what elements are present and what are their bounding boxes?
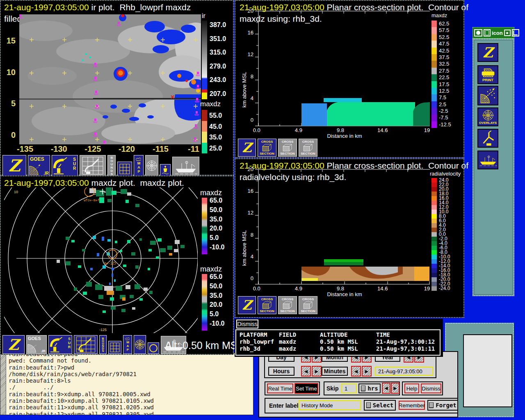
table-row[interactable]: rhb_lowprf maxdz 0.50 km MSL 21-Aug-97,3… xyxy=(236,338,440,345)
map-icon[interactable]: MAP xyxy=(123,335,132,354)
y-axis-labels: 201612840 xyxy=(247,8,253,123)
minutes-back-arrow[interactable]: ◀ xyxy=(351,366,361,377)
table-row[interactable]: rhb_3d maxdz 0.50 km MSL 21-Aug-97,3:01:… xyxy=(236,345,440,352)
ppi-colorbar-title-1: maxdz xyxy=(200,189,222,197)
y-axis-title: km above MSL xyxy=(241,42,247,107)
forget-button[interactable]: Forget xyxy=(427,400,458,411)
xsection-radialvelocity-window: 21-aug-1997,03:05:00 Planar cross-sectio… xyxy=(235,158,464,318)
cross-section-icon-active[interactable]: CROSS SECTION xyxy=(258,296,276,314)
terminal-window[interactable]: rain:beaufait:6>pwedpwed: Command not fo… xyxy=(0,353,253,415)
cross-section-icon[interactable]: CROSS SECTION xyxy=(278,296,297,314)
cross-section-icon-active[interactable]: CROSS SECTION xyxy=(258,139,276,157)
ppi-radar-plot[interactable]: wfo+-m+f b<-125 10 -125 xyxy=(4,187,198,333)
zebra-logo-icon[interactable]: Z xyxy=(238,296,256,314)
dismiss-button[interactable]: Dismiss xyxy=(421,383,441,393)
real-time-button[interactable]: Real Time xyxy=(267,383,293,393)
cross-section-icon[interactable]: CROSS SECTION xyxy=(299,139,317,157)
circle-icon[interactable] xyxy=(148,342,159,354)
terminal-scrollbar[interactable] xyxy=(0,353,6,415)
zebra-logo-icon[interactable]: Z xyxy=(238,139,256,157)
time-input-field[interactable]: 21-Aug-97,3:05:00 xyxy=(375,367,433,376)
grid-radar-glyph xyxy=(82,157,103,175)
buoy-icon[interactable] xyxy=(160,164,171,176)
map-squiggle-glyph xyxy=(124,336,131,340)
utility-window-canvas[interactable] xyxy=(463,334,512,407)
zebra-logo-icon[interactable]: Z xyxy=(2,335,25,354)
skip-input-field[interactable]: 1 xyxy=(341,383,357,393)
overlays-icon[interactable]: OVERLAYS xyxy=(477,107,498,126)
goes-ir-icon[interactable]: GOES .IR xyxy=(26,335,47,354)
map-icon[interactable]: MAP xyxy=(134,155,144,176)
help-button[interactable]: Help xyxy=(404,383,419,393)
skip-back-arrow[interactable]: ◀ xyxy=(382,383,390,394)
xsection-maxdz-plot[interactable] xyxy=(255,9,431,130)
polar-grid-icon[interactable] xyxy=(145,155,158,176)
select-button[interactable]: Select xyxy=(364,400,396,411)
window-doc-button[interactable] xyxy=(484,29,491,37)
ppi-colorbar-labels-2: 65.050.035.020.05.0-10.0 xyxy=(210,273,224,327)
zebra-logo-icon[interactable]: Z xyxy=(2,155,26,176)
x-axis-labels: 0.04.99.814.619 xyxy=(256,285,432,292)
bounds-icon[interactable]: BOUNDS xyxy=(107,155,116,176)
hours-back-arrow[interactable]: ◀ xyxy=(301,366,311,377)
label-input-field[interactable]: History Mode xyxy=(298,400,361,410)
grid-radar-icon[interactable] xyxy=(80,155,106,176)
window-iconify-button[interactable] xyxy=(504,30,511,36)
map-squiggle-glyph xyxy=(135,156,142,161)
ir-satellite-image[interactable] xyxy=(19,14,201,144)
colorbar-title: maxdz xyxy=(431,12,447,18)
terminal-line: rain:beaufait:8>ls xyxy=(9,377,154,384)
grid-icon[interactable] xyxy=(108,341,121,354)
dismiss-button[interactable]: Dismiss xyxy=(236,320,258,329)
ship-icon[interactable] xyxy=(477,151,498,169)
hours-button[interactable]: Hours xyxy=(268,367,294,376)
cross-section-icon[interactable]: CROSS SECTION xyxy=(278,139,297,157)
cube-glyph xyxy=(302,144,314,152)
menu-icon xyxy=(429,402,434,408)
ir-colorbar xyxy=(202,21,207,99)
goes-ir-icon[interactable]: GOES .IR xyxy=(28,155,50,176)
grid-radar-icon[interactable] xyxy=(74,335,98,354)
window-menu-button[interactable] xyxy=(474,29,482,37)
radialvelocity-contours xyxy=(301,259,429,281)
antenna-glyph xyxy=(481,130,495,146)
satellite-icon[interactable] xyxy=(477,86,498,105)
skip-units-button[interactable]: hrs xyxy=(358,383,381,393)
satellite-glyph xyxy=(480,87,496,104)
polar-grid-icon[interactable] xyxy=(134,335,146,354)
antenna-icon[interactable] xyxy=(477,129,498,148)
time-control-panel: Day ◀ ▶ Month ◀ ▶ Year ◀ ▶ Hours ◀ ▶ Min… xyxy=(258,351,458,418)
xsection-radialvelocity-plot[interactable] xyxy=(255,167,431,288)
minutes-button[interactable]: Minutes xyxy=(322,367,348,376)
surveillance-radar-icon[interactable]: SUR xyxy=(52,155,78,176)
window-title: 21-aug-1997,03:05:00 maxdz plot. maxdz p… xyxy=(4,178,184,188)
marker-center-label: b<-125 xyxy=(104,262,116,265)
skip-label: Skip xyxy=(326,385,339,392)
window-zoom-button[interactable] xyxy=(512,29,519,37)
ppi-colorbar-2 xyxy=(202,274,207,331)
ppi-colorbar-title-2: maxdz xyxy=(200,265,222,274)
surveillance-radar-icon[interactable]: SUR xyxy=(48,335,72,354)
altitude-readout: Alt: 0.50 km MSL xyxy=(165,340,243,352)
cube-glyph xyxy=(281,144,294,152)
icon-window-titlebar[interactable]: icon xyxy=(472,27,514,39)
remember-button[interactable]: Remember xyxy=(399,401,425,410)
y-axis-title: km above MSL xyxy=(241,200,247,266)
ship-icon[interactable] xyxy=(172,157,199,176)
set-time-button[interactable]: Set Time xyxy=(294,383,318,394)
zebra-logo-icon[interactable]: Z xyxy=(477,43,498,62)
bounds-icon[interactable]: BOUNDS xyxy=(99,335,107,354)
grid-icon[interactable] xyxy=(117,162,132,176)
print-icon[interactable]: PRINT xyxy=(477,65,498,84)
skip-forward-arrow[interactable]: ▶ xyxy=(391,383,399,394)
ir-colorbar-title: ir xyxy=(202,12,205,20)
table-header-row: PLATFORM FIELD ALTITUDE TIME xyxy=(236,331,440,338)
cross-section-icon[interactable]: CROSS SECTION xyxy=(299,296,317,314)
radar-dish-glyph xyxy=(53,157,69,176)
ir-window-toolbar: Z GOES .IR SUR BOUNDS MAP xyxy=(2,154,199,176)
buoy-glyph xyxy=(161,165,169,175)
window-title-line2: radialvelocity using: rhb_3d. xyxy=(240,172,346,182)
minutes-forward-arrow[interactable]: ▶ xyxy=(362,366,372,377)
ir-y-axis-labels: 151050 xyxy=(4,36,16,140)
hours-forward-arrow[interactable]: ▶ xyxy=(312,366,322,377)
